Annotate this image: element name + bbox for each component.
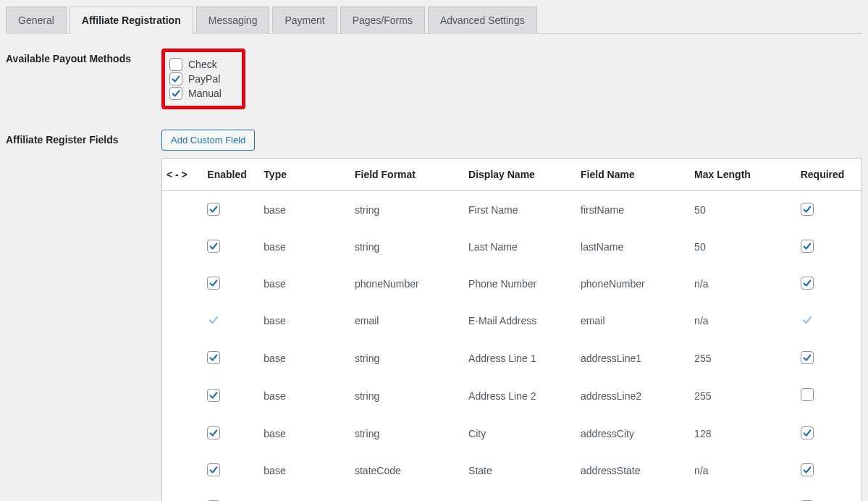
reorder-handle[interactable] — [162, 228, 200, 265]
enabled-checkbox[interactable] — [207, 203, 220, 216]
tab-advanced-settings[interactable]: Advanced Settings — [428, 7, 537, 34]
register-fields-content: Add Custom Field < - > Enabled Type Fiel… — [161, 130, 862, 501]
reorder-handle[interactable] — [162, 415, 200, 452]
reorder-handle[interactable] — [162, 191, 200, 229]
cell-type: base — [256, 452, 347, 489]
fields-table-wrap: < - > Enabled Type Field Format Display … — [161, 158, 862, 501]
cell-max: 255 — [687, 376, 793, 415]
cell-type: base — [256, 415, 347, 452]
register-fields-label: Affiliate Register Fields — [6, 130, 161, 146]
table-row: basestringAddress Line 2addressLine2255 — [162, 376, 861, 415]
tab-messaging[interactable]: Messaging — [196, 7, 270, 34]
enabled-checkbox[interactable] — [207, 240, 220, 253]
header-max: Max Length — [687, 159, 793, 191]
cell-display: Address Line 2 — [461, 376, 573, 415]
required-checkbox[interactable] — [801, 277, 814, 290]
reorder-handle[interactable] — [162, 376, 200, 415]
header-display: Display Name — [461, 159, 573, 191]
cell-max: n/a — [687, 489, 793, 501]
enabled-checkbox[interactable] — [207, 389, 220, 402]
required-checkbox[interactable] — [801, 463, 814, 476]
cell-type: base — [256, 489, 347, 501]
cell-format: zipCode — [347, 489, 461, 501]
cell-field: lastName — [573, 228, 687, 265]
cell-field: addressLine1 — [573, 340, 687, 376]
reorder-handle[interactable] — [162, 302, 200, 340]
table-row: basephoneNumberPhone NumberphoneNumbern/… — [162, 265, 861, 302]
reorder-handle[interactable] — [162, 489, 200, 501]
add-custom-field-button[interactable]: Add Custom Field — [161, 130, 255, 151]
table-row: basestringAddress Line 1addressLine1255 — [162, 340, 861, 376]
cell-format: string — [347, 228, 461, 265]
cell-type: base — [256, 191, 347, 229]
required-checkbox[interactable] — [801, 240, 814, 253]
cell-display: Last Name — [461, 228, 573, 265]
table-row: baseemailE-Mail Addressemailn/a — [162, 302, 861, 340]
header-reorder: < - > — [162, 159, 200, 191]
register-fields-row: Affiliate Register Fields Add Custom Fie… — [6, 130, 862, 501]
settings-tabs: GeneralAffiliate RegistrationMessagingPa… — [6, 6, 862, 34]
cell-max: 50 — [687, 228, 793, 265]
payout-checkbox-manual[interactable] — [169, 87, 182, 100]
payout-option-manual: Manual — [169, 87, 222, 100]
cell-format: string — [347, 415, 461, 452]
enabled-checkbox[interactable] — [207, 426, 220, 439]
enabled-checkbox[interactable] — [207, 277, 220, 290]
cell-display: Phone Number — [461, 265, 573, 302]
cell-format: stateCode — [347, 452, 461, 489]
tab-payment[interactable]: Payment — [272, 7, 337, 34]
table-row: basestringLast NamelastName50 — [162, 228, 861, 265]
cell-field: phoneNumber — [573, 265, 687, 302]
fields-table: < - > Enabled Type Field Format Display … — [162, 159, 861, 501]
payout-option-check: Check — [169, 58, 222, 71]
cell-format: phoneNumber — [347, 265, 461, 302]
cell-max: 128 — [687, 415, 793, 452]
required-checkbox[interactable] — [801, 388, 814, 401]
tab-pages-forms[interactable]: Pages/Forms — [340, 7, 425, 34]
cell-display: E-Mail Address — [461, 302, 573, 340]
required-checkbox[interactable] — [801, 351, 814, 364]
reorder-handle[interactable] — [162, 265, 200, 302]
payout-highlight-box: CheckPayPalManual — [161, 49, 245, 109]
cell-field: addressState — [573, 452, 687, 489]
cell-field: email — [573, 302, 687, 340]
cell-max: 255 — [687, 340, 793, 376]
payout-option-paypal: PayPal — [169, 72, 222, 85]
cell-type: base — [256, 265, 347, 302]
cell-type: base — [256, 228, 347, 265]
tab-general[interactable]: General — [6, 7, 67, 34]
header-format: Field Format — [347, 159, 461, 191]
cell-field: addressLine2 — [573, 376, 687, 415]
cell-max: n/a — [687, 452, 793, 489]
cell-type: base — [256, 302, 347, 340]
header-enabled: Enabled — [200, 159, 256, 191]
cell-display: Address Line 1 — [461, 340, 573, 376]
reorder-handle[interactable] — [162, 452, 200, 489]
cell-format: email — [347, 302, 461, 340]
payout-label: Manual — [188, 88, 222, 99]
cell-field: addressZipCode — [573, 489, 687, 501]
payout-label: PayPal — [188, 73, 220, 85]
table-row: basestateCodeStateaddressStaten/a — [162, 452, 861, 489]
payout-checkbox-paypal[interactable] — [169, 72, 182, 85]
payout-checkbox-check[interactable] — [169, 58, 182, 71]
enabled-checkbox[interactable] — [207, 463, 220, 476]
required-checkbox[interactable] — [801, 426, 814, 439]
cell-format: string — [347, 376, 461, 415]
enabled-checkbox[interactable] — [207, 351, 220, 364]
required-checkbox[interactable] — [801, 203, 814, 216]
reorder-handle[interactable] — [162, 340, 200, 376]
table-row: basestringCityaddressCity128 — [162, 415, 861, 452]
table-header-row: < - > Enabled Type Field Format Display … — [162, 159, 861, 191]
cell-format: string — [347, 191, 461, 229]
header-type: Type — [256, 159, 347, 191]
table-row: basezipCodeZip CodeaddressZipCoden/a — [162, 489, 861, 501]
payout-label: Check — [188, 59, 217, 70]
cell-display: City — [461, 415, 573, 452]
cell-max: n/a — [687, 302, 793, 340]
enabled-locked-check-icon — [207, 313, 220, 327]
tab-affiliate-registration[interactable]: Affiliate Registration — [69, 7, 193, 34]
cell-display: Zip Code — [461, 489, 573, 501]
header-required: Required — [793, 159, 861, 191]
cell-display: First Name — [461, 191, 573, 229]
